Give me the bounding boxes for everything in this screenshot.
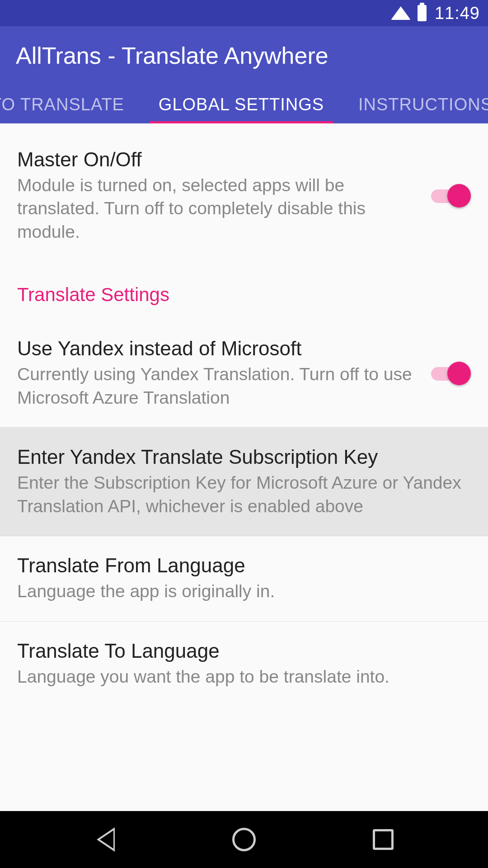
setting-title: Translate From Language bbox=[17, 554, 471, 577]
nav-recent-button[interactable] bbox=[373, 829, 394, 850]
navigation-bar bbox=[0, 811, 488, 868]
toggle-thumb bbox=[447, 362, 471, 385]
app-title: AllTrans - Translate Anywhere bbox=[16, 42, 472, 92]
settings-list: Master On/Off Module is turned on, selec… bbox=[0, 123, 488, 706]
setting-text: Translate To Language Language you want … bbox=[17, 640, 471, 688]
tab-bar: TO TRANSLATE GLOBAL SETTINGS INSTRUCTION… bbox=[0, 92, 488, 123]
app-bar: AllTrans - Translate Anywhere TO TRANSLA… bbox=[0, 26, 488, 123]
status-bar: 11:49 bbox=[0, 0, 488, 26]
setting-yandex-toggle[interactable]: Use Yandex instead of Microsoft Currentl… bbox=[0, 319, 488, 427]
setting-translate-from[interactable]: Translate From Language Language the app… bbox=[0, 536, 488, 621]
tab-global-settings[interactable]: GLOBAL SETTINGS bbox=[150, 95, 333, 123]
wifi-icon bbox=[391, 6, 411, 20]
battery-icon bbox=[418, 5, 427, 21]
setting-translate-to[interactable]: Translate To Language Language you want … bbox=[0, 622, 488, 706]
tab-to-translate[interactable]: TO TRANSLATE bbox=[0, 95, 133, 123]
setting-subtitle: Module is turned on, selected apps will … bbox=[17, 174, 418, 243]
setting-text: Master On/Off Module is turned on, selec… bbox=[17, 148, 418, 243]
setting-text: Translate From Language Language the app… bbox=[17, 554, 471, 603]
setting-text: Use Yandex instead of Microsoft Currentl… bbox=[17, 337, 418, 409]
setting-title: Translate To Language bbox=[17, 640, 471, 662]
setting-title: Master On/Off bbox=[17, 148, 418, 171]
setting-subtitle: Language the app is originally in. bbox=[17, 580, 471, 603]
nav-home-button[interactable] bbox=[232, 828, 256, 851]
yandex-toggle[interactable] bbox=[431, 362, 471, 385]
setting-subscription-key[interactable]: Enter Yandex Translate Subscription Key … bbox=[0, 427, 488, 536]
setting-text: Enter Yandex Translate Subscription Key … bbox=[17, 446, 471, 518]
master-toggle[interactable] bbox=[431, 184, 471, 208]
nav-back-button[interactable] bbox=[95, 827, 115, 852]
toggle-thumb bbox=[447, 184, 471, 208]
setting-subtitle: Enter the Subscription Key for Microsoft… bbox=[17, 471, 471, 518]
status-time: 11:49 bbox=[435, 4, 480, 23]
section-header-translate-settings: Translate Settings bbox=[0, 261, 488, 319]
tab-instructions[interactable]: INSTRUCTIONS bbox=[349, 95, 488, 123]
setting-subtitle: Language you want the app to be translat… bbox=[17, 665, 471, 688]
setting-master-switch[interactable]: Master On/Off Module is turned on, selec… bbox=[0, 130, 488, 261]
setting-title: Enter Yandex Translate Subscription Key bbox=[17, 446, 471, 468]
setting-title: Use Yandex instead of Microsoft bbox=[17, 337, 418, 360]
setting-subtitle: Currently using Yandex Translation. Turn… bbox=[17, 363, 418, 409]
